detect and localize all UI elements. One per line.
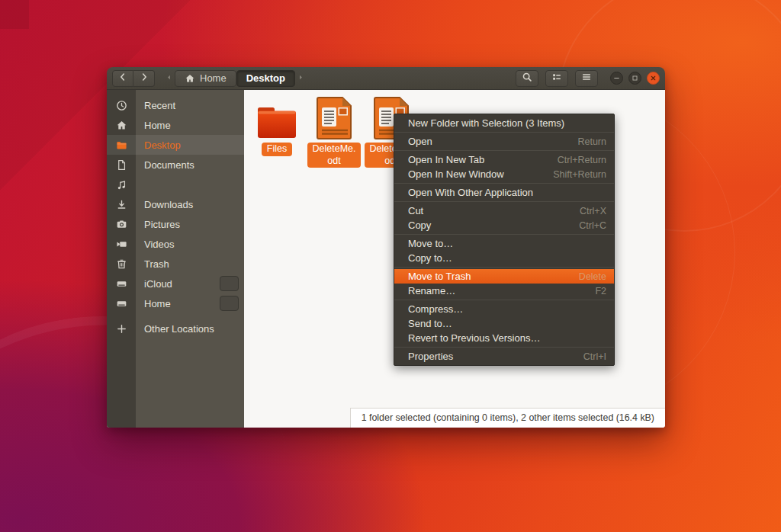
menu-item-shortcut: F2: [595, 286, 606, 296]
menu-item-open-with-other-application[interactable]: Open With Other Application: [394, 185, 614, 200]
menu-item-cut[interactable]: Cut Ctrl+X: [394, 204, 614, 218]
menu-button[interactable]: [575, 70, 598, 87]
menu-item-open-in-new-window[interactable]: Open In New Window Shift+Return: [394, 167, 614, 181]
drive-icon: [107, 298, 136, 309]
window-controls: [610, 72, 660, 85]
status-text: 1 folder selected (containing 0 items), …: [362, 412, 654, 423]
sidebar-item-label: Desktop: [144, 139, 181, 151]
clock-icon: [107, 100, 136, 111]
context-menu: New Folder with Selection (3 Items) Open…: [394, 114, 615, 366]
menu-item-label: Rename…: [408, 285, 455, 296]
menu-item-revert-to-previous-versions[interactable]: Revert to Previous Versions…: [394, 331, 614, 345]
files-window: Home Desktop: [107, 67, 665, 428]
path-scroll-left-button[interactable]: [163, 70, 175, 87]
sidebar-item-icloud[interactable]: iCloud: [107, 274, 244, 293]
forward-button[interactable]: [133, 70, 155, 87]
maximize-button[interactable]: [628, 72, 641, 85]
sidebar-item-documents[interactable]: Documents: [107, 155, 244, 175]
eject-button[interactable]: [220, 276, 239, 291]
menu-item-rename[interactable]: Rename… F2: [394, 284, 614, 298]
file-label: DeleteMe.odt: [307, 143, 362, 168]
sidebar-item-label: iCloud: [144, 278, 172, 290]
menu-item-shortcut: Ctrl+C: [579, 220, 606, 231]
sidebar-item-trash[interactable]: Trash: [107, 254, 244, 274]
triangle-left-icon: [165, 72, 173, 84]
menu-item-move-to-trash[interactable]: Move to Trash Delete: [394, 269, 614, 284]
search-icon: [522, 72, 532, 85]
status-bar: 1 folder selected (containing 0 items), …: [350, 408, 665, 428]
path-bar: Home Desktop: [163, 70, 307, 87]
path-home-label: Home: [200, 72, 227, 84]
home-icon: [107, 120, 136, 131]
minimize-icon: [613, 72, 620, 84]
menu-item-open-in-new-tab[interactable]: Open In New Tab Ctrl+Return: [394, 152, 614, 167]
trash-icon: [107, 258, 136, 270]
close-icon: [650, 72, 657, 84]
headerbar: Home Desktop: [107, 67, 665, 90]
menu-item-properties[interactable]: Properties Ctrl+I: [394, 349, 614, 364]
menu-item-label: Open In New Tab: [408, 154, 484, 165]
menu-item-label: Compress…: [408, 303, 463, 315]
minimize-button[interactable]: [610, 72, 623, 85]
sidebar-item-videos[interactable]: Videos: [107, 234, 244, 254]
menu-item-label: Move to Trash: [408, 271, 471, 282]
file-item[interactable]: DeleteMe.odt: [304, 96, 364, 168]
file-item[interactable]: Files: [247, 96, 307, 156]
menu-item-move-to[interactable]: Move to…: [394, 236, 614, 251]
plus-icon: [107, 323, 136, 335]
camera-icon: [107, 219, 136, 230]
menu-separator: [394, 234, 614, 235]
sidebar-item-label: Trash: [144, 258, 169, 270]
menu-separator: [394, 183, 614, 184]
menu-separator: [394, 150, 614, 151]
sidebar: Recent Home Desktop Documents Downloads …: [107, 90, 244, 428]
menu-item-shortcut: Return: [577, 136, 606, 147]
sidebar-item-label: Videos: [144, 239, 175, 250]
menu-item-shortcut: Ctrl+X: [580, 206, 606, 216]
file-label: Files: [262, 143, 292, 156]
menu-item-label: Cut: [408, 205, 423, 216]
music-icon: [107, 179, 136, 191]
sidebar-item-other-locations[interactable]: Other Locations: [107, 319, 244, 338]
menu-item-shortcut: Delete: [579, 271, 606, 282]
search-button[interactable]: [516, 70, 538, 87]
sidebar-item-label: Pictures: [144, 219, 180, 230]
menu-item-open[interactable]: Open Return: [394, 134, 614, 149]
sidebar-item-pictures[interactable]: Pictures: [107, 214, 244, 234]
menu-item-label: Open: [408, 136, 432, 147]
sidebar-item-downloads[interactable]: Downloads: [107, 194, 244, 214]
close-button[interactable]: [647, 72, 660, 85]
document-icon: [107, 159, 136, 171]
sidebar-item-desktop[interactable]: Desktop: [107, 135, 244, 155]
download-icon: [107, 199, 136, 210]
path-desktop-button[interactable]: Desktop: [236, 70, 295, 87]
folder-icon: [107, 139, 136, 151]
headerbar-actions: [516, 70, 598, 87]
menu-item-shortcut: Ctrl+I: [583, 351, 606, 362]
list-view-icon: [551, 72, 562, 85]
sidebar-item-home-drive[interactable]: Home: [107, 293, 244, 313]
menu-item-copy-to[interactable]: Copy to…: [394, 251, 614, 265]
menu-item-new-folder-with-selection-3-items[interactable]: New Folder with Selection (3 Items): [394, 116, 614, 130]
home-icon: [185, 73, 195, 84]
menu-item-label: New Folder with Selection (3 Items): [408, 117, 564, 129]
odt-document-icon: [314, 96, 354, 140]
menu-item-compress[interactable]: Compress…: [394, 302, 614, 316]
back-button[interactable]: [112, 70, 133, 87]
maximize-icon: [632, 72, 638, 84]
view-toggle-button[interactable]: [545, 70, 568, 87]
sidebar-item-label: Home: [144, 120, 171, 131]
eject-button[interactable]: [220, 296, 239, 311]
menu-separator: [394, 201, 614, 202]
drive-icon: [107, 278, 136, 290]
sidebar-item-recent[interactable]: Recent: [107, 95, 244, 115]
menu-item-send-to[interactable]: Send to…: [394, 316, 614, 331]
menu-item-copy[interactable]: Copy Ctrl+C: [394, 218, 614, 232]
menu-item-label: Copy to…: [408, 252, 452, 264]
video-icon: [107, 239, 136, 250]
path-scroll-right-button[interactable]: [295, 70, 307, 87]
menu-item-label: Properties: [408, 351, 453, 362]
path-home-button[interactable]: Home: [175, 70, 236, 87]
sidebar-item-home[interactable]: Home: [107, 115, 244, 135]
sidebar-item-music[interactable]: [107, 175, 244, 194]
